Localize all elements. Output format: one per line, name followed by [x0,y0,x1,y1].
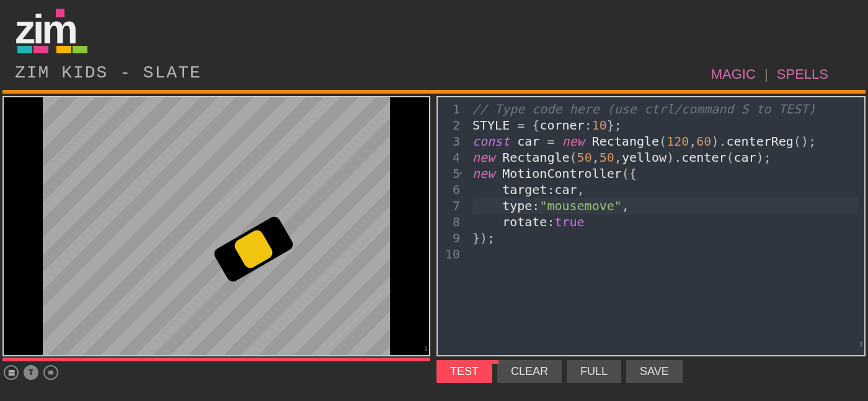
fold-icon[interactable]: ▾ [459,165,463,182]
zim-logo[interactable]: zim [15,9,108,56]
red-divider-right [436,360,498,364]
car-inner [232,228,275,270]
svg-rect-4 [56,46,71,53]
code-area[interactable]: // Type code here (use ctrl/command S to… [466,97,864,355]
breadcrumb: ZIM KIDS - SLATE [15,63,202,82]
tool-icon-1[interactable]: ▤ [4,365,19,380]
spells-link[interactable]: SPELLS [777,66,828,82]
top-links: MAGIC | SPELLS [711,66,853,82]
stage-background [43,97,390,355]
svg-rect-3 [33,46,48,53]
full-button[interactable]: FULL [567,360,621,383]
line-number-gutter: 12345678910 [438,97,466,355]
magic-link[interactable]: MAGIC [711,66,756,82]
tool-icon-2[interactable]: T [24,365,38,380]
resize-grip-icon[interactable]: ⁞⁞ [859,337,862,353]
svg-rect-5 [73,46,87,53]
preview-canvas[interactable]: ⁞⁞ [2,96,430,356]
orange-divider [2,90,866,94]
svg-text:zim: zim [15,9,76,52]
svg-rect-2 [17,46,32,53]
resize-grip-icon[interactable]: ⁞⁞ [424,345,427,353]
link-separator: | [764,66,768,82]
car-sprite[interactable] [212,214,295,284]
tool-icon-3[interactable]: ≋ [43,365,58,380]
code-editor[interactable]: 12345678910 // Type code here (use ctrl/… [436,96,866,356]
clear-button[interactable]: CLEAR [497,360,562,383]
save-button[interactable]: SAVE [626,360,683,383]
